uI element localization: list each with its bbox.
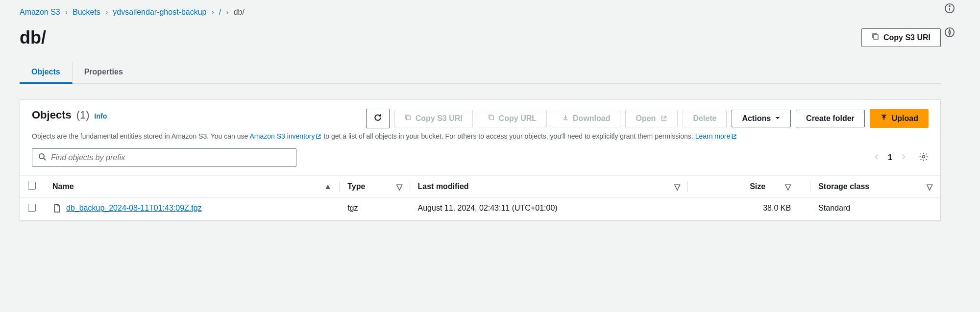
upload-button[interactable]: Upload: [870, 109, 929, 128]
download-icon: [562, 114, 569, 123]
breadcrumb-current: db/: [234, 8, 245, 17]
panel-title: Objects: [32, 109, 72, 121]
cell-type: tgz: [340, 198, 410, 221]
col-last-modified[interactable]: Last modified▽: [410, 176, 688, 198]
sort-icon: ▽: [674, 182, 680, 192]
breadcrumb-buckets[interactable]: Buckets: [73, 8, 100, 17]
chevron-right-icon: ›: [226, 8, 228, 17]
svg-rect-7: [490, 116, 493, 120]
external-link-icon: [316, 134, 321, 140]
copy-icon: [488, 114, 495, 123]
sort-icon: ▽: [396, 182, 402, 192]
copy-s3-uri-row-button[interactable]: Copy S3 URI: [394, 110, 473, 127]
chevron-right-icon: ›: [65, 8, 68, 17]
sort-asc-icon: ▲: [324, 182, 332, 191]
chevron-right-icon: ›: [105, 8, 108, 17]
inventory-link[interactable]: Amazon S3 inventory: [249, 132, 321, 140]
search-box[interactable]: [32, 148, 296, 167]
chevron-right-icon: ›: [212, 8, 214, 17]
table-row: db_backup_2024-08-11T01:43:09Z.tgz tgz A…: [20, 198, 940, 221]
external-link-icon: [661, 115, 667, 122]
delete-button[interactable]: Delete: [683, 110, 727, 127]
svg-rect-6: [406, 116, 410, 120]
learn-more-link[interactable]: Learn more: [695, 132, 737, 140]
search-icon: [38, 153, 46, 162]
sort-icon: ▽: [785, 182, 791, 192]
col-type[interactable]: Type▽: [340, 176, 410, 198]
cell-last-modified: August 11, 2024, 02:43:11 (UTC+01:00): [410, 198, 688, 221]
prev-page-button[interactable]: [873, 153, 880, 162]
external-link-icon: [731, 134, 737, 140]
breadcrumb-bucket-name[interactable]: ydvsailendar-ghost-backup: [113, 8, 206, 17]
sort-icon: ▽: [927, 182, 932, 192]
svg-rect-5: [874, 35, 878, 39]
download-button[interactable]: Download: [552, 110, 620, 127]
settings-button[interactable]: [919, 152, 929, 163]
info-link[interactable]: Info: [95, 112, 107, 120]
refresh-button[interactable]: [366, 109, 390, 128]
refresh-icon: [373, 113, 382, 124]
copy-icon: [405, 114, 412, 123]
panel-description: Objects are the fundamental entities sto…: [20, 131, 940, 148]
info-rail-icon[interactable]: [944, 3, 955, 15]
open-button[interactable]: Open: [625, 110, 678, 127]
cell-size: 38.0 KB: [688, 198, 810, 221]
svg-point-2: [949, 6, 950, 7]
objects-panel: Objects (1) Info Copy S3 URI Copy URL: [20, 99, 941, 221]
object-name-link[interactable]: db_backup_2024-08-11T01:43:09Z.tgz: [66, 204, 202, 213]
cell-storage-class: Standard: [810, 198, 940, 221]
file-icon: [52, 204, 61, 215]
compass-rail-icon[interactable]: [944, 27, 955, 39]
breadcrumb-root-prefix[interactable]: /: [219, 8, 221, 17]
breadcrumb: Amazon S3 › Buckets › ydvsailendar-ghost…: [20, 8, 941, 17]
object-count: (1): [76, 109, 90, 121]
next-page-button[interactable]: [900, 153, 907, 162]
svg-marker-4: [949, 30, 951, 35]
row-checkbox[interactable]: [28, 204, 36, 212]
col-name[interactable]: Name▲: [45, 176, 340, 198]
tab-objects[interactable]: Objects: [20, 62, 73, 84]
svg-line-9: [44, 158, 46, 160]
pagination: 1: [873, 152, 929, 163]
objects-table: Name▲ Type▽ Last modified▽ Size▽ Storage…: [20, 175, 940, 220]
create-folder-button[interactable]: Create folder: [796, 110, 865, 127]
upload-icon: [880, 114, 888, 123]
tab-properties[interactable]: Properties: [73, 62, 135, 83]
caret-down-icon: [775, 114, 781, 123]
page-title: db/: [20, 27, 46, 48]
page-number: 1: [888, 153, 892, 162]
col-storage-class[interactable]: Storage class▽: [810, 176, 940, 198]
breadcrumb-s3[interactable]: Amazon S3: [20, 8, 60, 17]
copy-s3-uri-button[interactable]: Copy S3 URI: [861, 28, 941, 47]
select-all-checkbox[interactable]: [28, 182, 36, 190]
copy-icon: [872, 33, 880, 43]
actions-dropdown[interactable]: Actions: [732, 110, 791, 127]
col-size[interactable]: Size▽: [688, 176, 810, 198]
search-input[interactable]: [51, 153, 290, 162]
copy-url-button[interactable]: Copy URL: [478, 110, 547, 127]
svg-point-8: [39, 154, 44, 159]
svg-point-10: [923, 156, 925, 158]
tabs: Objects Properties: [20, 62, 941, 84]
